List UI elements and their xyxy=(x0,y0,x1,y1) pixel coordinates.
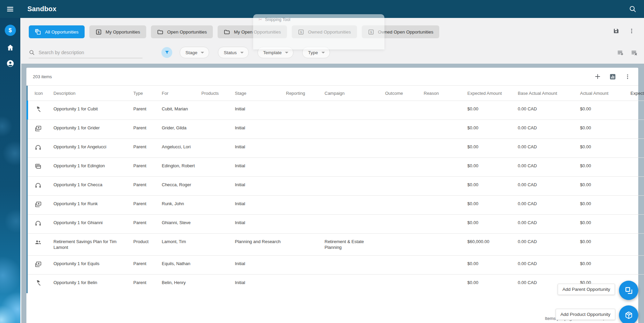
cell-base_actual_amount: 0.00 CAD xyxy=(518,215,580,234)
cell-products xyxy=(201,275,235,294)
cell-stage: Planning and Research xyxy=(235,234,286,256)
opportunity-row[interactable]: Opportunity 1 for GhianniParentGhianni, … xyxy=(28,215,644,234)
view-button-label: Open Opportunities xyxy=(167,29,207,35)
cell-base_actual_amount: 0.00 CAD xyxy=(518,196,580,215)
column-header-outcome[interactable]: Outcome xyxy=(385,86,424,101)
cell-reason xyxy=(424,256,467,275)
column-header-products[interactable]: Products xyxy=(201,86,235,101)
opportunity-row[interactable]: Opportunity 1 for CheccaParentChecca, Ro… xyxy=(28,177,644,196)
cell-stage: Initial xyxy=(235,256,286,275)
column-header-icon[interactable]: Icon xyxy=(28,86,53,101)
card-kebab-menu-icon[interactable] xyxy=(624,73,631,80)
snipping-tool-title: Snipping Tool xyxy=(265,17,290,22)
snipping-tool-icon: ✂ xyxy=(259,17,262,22)
cell-expected_amount: $0.00 xyxy=(467,139,518,158)
opportunity-row[interactable]: Opportunity 1 for GriderParentGrider, Gi… xyxy=(28,120,644,139)
cell-stage: Initial xyxy=(235,101,286,120)
hamburger-menu-icon[interactable] xyxy=(0,0,20,18)
cell-expected_close xyxy=(630,101,644,120)
cell-outcome xyxy=(385,158,424,177)
filter-chip-stage[interactable]: Stage xyxy=(180,47,209,58)
search-small-icon xyxy=(29,49,35,56)
page-kebab-menu-icon[interactable] xyxy=(628,28,635,34)
add-parent-opportunity-fab[interactable] xyxy=(619,281,638,300)
stack-icon xyxy=(35,29,41,35)
search-input[interactable] xyxy=(38,49,137,56)
filter-funnel-icon[interactable] xyxy=(161,47,172,58)
search-icon[interactable] xyxy=(629,5,637,13)
column-header-reporting[interactable]: Reporting xyxy=(286,86,325,101)
sidebar-item-opportunities[interactable]: $ xyxy=(5,25,16,36)
cell-outcome xyxy=(385,196,424,215)
dollar-square-icon: $ xyxy=(95,29,102,35)
cell-expected_close xyxy=(630,158,644,177)
add-product-opportunity-fab[interactable] xyxy=(619,305,638,323)
column-header-actual_amount[interactable]: Actual Amount xyxy=(580,86,630,101)
cell-outcome xyxy=(385,256,424,275)
cell-actual_amount: $0.00 xyxy=(580,196,630,215)
svg-text:$: $ xyxy=(98,30,99,34)
column-header-campaign[interactable]: Campaign xyxy=(325,86,385,101)
column-header-base_actual_amount[interactable]: Base Actual Amount xyxy=(518,86,580,101)
opportunity-row[interactable]: Opportunity 1 for CubitParentCubit, Mari… xyxy=(28,101,644,120)
cell-description: Retirement Savings Plan for Tim Lamont xyxy=(53,234,133,256)
cell-expected_amount: $0.00 xyxy=(467,215,518,234)
cell-type: Parent xyxy=(133,177,162,196)
column-header-expected_amount[interactable]: Expected Amount xyxy=(467,86,518,101)
opportunity-row[interactable]: Opportunity 1 for EdingtonParentEdington… xyxy=(28,158,644,177)
cell-base_actual_amount: 0.00 CAD xyxy=(518,158,580,177)
opportunity-row[interactable]: Opportunity 1 for EquilsParentEquils, Na… xyxy=(28,256,644,275)
column-header-type[interactable]: Type xyxy=(133,86,162,101)
cell-expected_close xyxy=(630,177,644,196)
view-button-label: My Opportunities xyxy=(106,29,140,35)
view-button[interactable]: All Opportunities xyxy=(29,25,85,38)
column-header-description[interactable]: Description xyxy=(53,86,133,101)
cell-campaign xyxy=(325,101,385,120)
cell-reporting xyxy=(286,101,325,120)
opportunity-row[interactable]: Opportunity 1 for AngelucciParentAngeluc… xyxy=(28,139,644,158)
cell-for: Checca, Roger xyxy=(162,177,201,196)
cell-reason xyxy=(424,120,467,139)
cell-expected_amount: $0.00 xyxy=(467,275,518,294)
cell-campaign xyxy=(325,215,385,234)
cell-description: Opportunity 1 for Grider xyxy=(53,120,133,139)
left-sidebar: $ xyxy=(0,18,20,323)
add-product-opportunity-tooltip: Add Product Opportunity xyxy=(556,309,615,320)
cell-for: Belin, Henry xyxy=(162,275,201,294)
view-button[interactable]: $My Opportunities xyxy=(89,25,146,38)
sidebar-item-account[interactable] xyxy=(6,59,15,68)
column-header-for[interactable]: For xyxy=(162,86,201,101)
items-count: 203 items xyxy=(33,74,52,79)
opportunity-row[interactable]: Opportunity 1 for BelinParentBelin, Henr… xyxy=(28,275,644,294)
cube-icon xyxy=(624,311,633,320)
cell-expected_close xyxy=(630,215,644,234)
cell-for: Grider, Gilda xyxy=(162,120,201,139)
add-filter-row-icon[interactable] xyxy=(617,49,624,56)
filter-chip-status[interactable]: Status xyxy=(218,47,248,58)
cell-actual_amount: $0.00 xyxy=(580,177,630,196)
table-header-row: IconDescriptionTypeForProductsStageRepor… xyxy=(28,86,644,101)
column-header-reason[interactable]: Reason xyxy=(424,86,467,101)
cell-description: Opportunity 1 for Ghianni xyxy=(53,215,133,234)
column-header-stage[interactable]: Stage xyxy=(235,86,286,101)
cell-campaign: Retirement & Estate Planning xyxy=(325,234,385,256)
opportunity-row[interactable]: Opportunity 1 for RunkParentRunk, JohnIn… xyxy=(28,196,644,215)
cell-for: Cubit, Marian xyxy=(162,101,201,120)
save-view-icon[interactable] xyxy=(613,27,620,35)
main-content: All Opportunities$My OpportunitiesOpen O… xyxy=(20,18,644,323)
sidebar-item-home[interactable] xyxy=(6,43,15,52)
cell-reporting xyxy=(286,196,325,215)
cell-reason xyxy=(424,196,467,215)
clear-filters-icon[interactable] xyxy=(631,49,638,56)
cell-description: Opportunity 1 for Checca xyxy=(53,177,133,196)
cell-icon xyxy=(28,256,53,275)
view-button[interactable]: Open Opportunities xyxy=(151,25,213,38)
chart-view-icon[interactable] xyxy=(609,73,616,80)
column-header-expected_close[interactable]: Expected Close ↑ xyxy=(630,86,644,101)
add-item-icon[interactable] xyxy=(594,73,601,80)
cell-for: Ghianni, Steve xyxy=(162,215,201,234)
cell-icon xyxy=(28,196,53,215)
headset-icon xyxy=(35,220,42,227)
snipping-tool-window[interactable]: ✂ Snipping Tool xyxy=(253,14,384,49)
opportunity-row[interactable]: Retirement Savings Plan for Tim LamontPr… xyxy=(28,234,644,256)
